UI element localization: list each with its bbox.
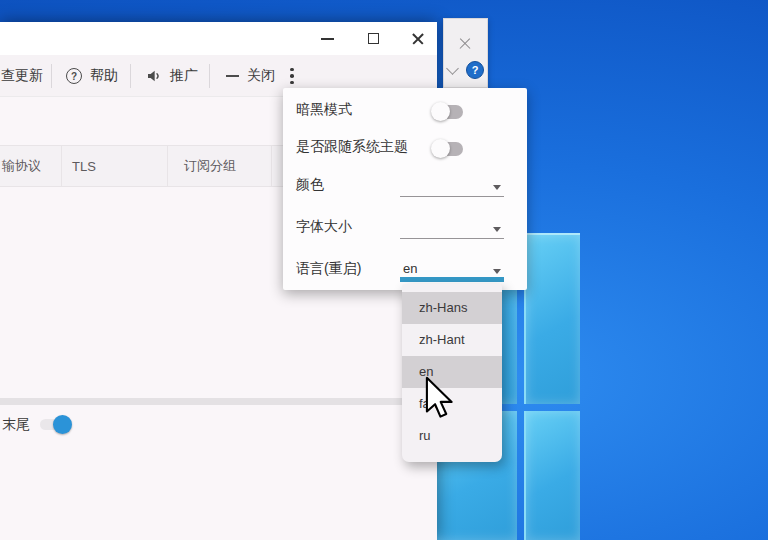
check-update-label: 查更新 bbox=[1, 67, 43, 85]
toolbar-separator bbox=[130, 64, 131, 88]
help-button[interactable]: ? 帮助 bbox=[66, 55, 118, 97]
follow-system-theme-toggle-knob bbox=[431, 139, 450, 158]
column-header-protocol[interactable]: 输协议 bbox=[0, 146, 62, 186]
toolbar-separator bbox=[51, 64, 52, 88]
language-value: en bbox=[403, 261, 417, 276]
help-label: 帮助 bbox=[90, 67, 118, 85]
font-size-select[interactable] bbox=[400, 238, 504, 239]
settings-menu: 暗黑模式 是否跟随系统主题 颜色 字体大小 语言(重启) en bbox=[283, 88, 527, 290]
dark-mode-toggle[interactable] bbox=[432, 105, 463, 119]
tail-toggle[interactable] bbox=[40, 419, 70, 430]
close-button[interactable] bbox=[405, 28, 431, 49]
column-header-subscription-group[interactable]: 订阅分组 bbox=[168, 146, 272, 186]
language-label: 语言(重启) bbox=[296, 260, 361, 278]
check-update-button[interactable]: 查更新 bbox=[1, 55, 43, 97]
chevron-down-icon bbox=[493, 269, 501, 274]
close-icon[interactable] bbox=[457, 36, 473, 52]
footer-row: 末尾 bbox=[0, 412, 437, 452]
promote-button[interactable]: 推广 bbox=[146, 55, 198, 97]
minimize-button[interactable] bbox=[314, 28, 340, 49]
language-option-zh-hant[interactable]: zh-Hant bbox=[402, 324, 502, 356]
kebab-menu-icon bbox=[290, 68, 294, 85]
maximize-button[interactable] bbox=[360, 28, 386, 49]
minus-icon bbox=[226, 75, 239, 77]
help-circle-icon: ? bbox=[66, 68, 82, 84]
windows-logo-pane-top-right bbox=[524, 233, 580, 404]
close-icon bbox=[411, 32, 425, 46]
close-app-label: 关闭 bbox=[247, 67, 275, 85]
floating-panel: ? bbox=[443, 18, 488, 88]
minimize-icon bbox=[321, 38, 334, 40]
dark-mode-label: 暗黑模式 bbox=[296, 101, 352, 119]
column-header-tls[interactable]: TLS bbox=[62, 146, 168, 186]
windows-logo-pane-bottom-right bbox=[524, 411, 580, 540]
language-select[interactable] bbox=[400, 277, 504, 282]
speaker-icon bbox=[146, 68, 162, 84]
language-dropdown-list: zh-Hans zh-Hant en fa-Ir ru bbox=[402, 284, 502, 462]
close-app-button[interactable]: 关闭 bbox=[226, 55, 275, 97]
chevron-down-icon[interactable] bbox=[446, 62, 459, 75]
grid-splitter[interactable] bbox=[0, 398, 437, 405]
screen: 查更新 ? 帮助 推广 关闭 bbox=[0, 0, 768, 540]
help-badge-icon[interactable]: ? bbox=[466, 61, 484, 79]
dark-mode-toggle-knob bbox=[431, 102, 450, 121]
tail-label: 末尾 bbox=[2, 416, 30, 434]
toolbar-separator bbox=[209, 64, 210, 88]
language-option-en[interactable]: en bbox=[402, 356, 502, 388]
tail-toggle-knob bbox=[53, 415, 72, 434]
titlebar bbox=[0, 22, 437, 55]
color-label: 颜色 bbox=[296, 176, 324, 194]
chevron-down-icon bbox=[493, 227, 501, 232]
follow-system-theme-label: 是否跟随系统主题 bbox=[296, 138, 408, 156]
language-option-fa-ir[interactable]: fa-Ir bbox=[402, 388, 502, 420]
color-select[interactable] bbox=[400, 196, 504, 197]
maximize-icon bbox=[368, 33, 379, 44]
chevron-down-icon bbox=[493, 185, 501, 190]
language-option-ru[interactable]: ru bbox=[402, 420, 502, 452]
follow-system-theme-toggle[interactable] bbox=[432, 142, 463, 156]
promote-label: 推广 bbox=[170, 67, 198, 85]
language-option-zh-hans[interactable]: zh-Hans bbox=[402, 292, 502, 324]
font-size-label: 字体大小 bbox=[296, 218, 352, 236]
